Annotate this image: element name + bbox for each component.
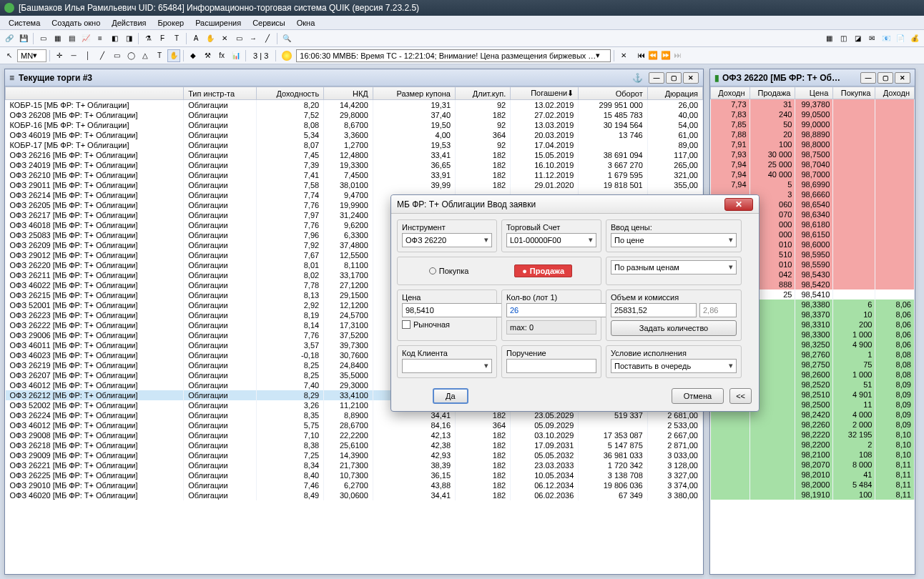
quote-row[interactable]: 7,9330 00098,7500 (711, 149, 915, 159)
table-row[interactable]: ОФЗ 29011 [МБ ФР: T+ Облигации]Облигации… (6, 180, 703, 190)
menu-create-window[interactable]: Создать окно (46, 19, 106, 27)
buy-radio[interactable]: Покупка (426, 265, 472, 277)
tb2-tools-icon[interactable]: ⚒ (201, 49, 214, 62)
tb-hand-icon[interactable]: ✋ (204, 32, 217, 45)
tb-line-icon[interactable]: ╱ (261, 32, 274, 45)
column-header[interactable]: Размер купона (373, 87, 455, 100)
max-button[interactable]: ▢ (878, 72, 893, 84)
account-select[interactable]: L01-00000F00 (506, 233, 596, 247)
tb-tool2-icon[interactable]: ◪ (851, 32, 864, 45)
tb-new-icon[interactable]: ▭ (36, 32, 49, 45)
tb-filter-icon[interactable]: ⚗ (142, 32, 154, 45)
column-header[interactable]: Покупка (833, 87, 875, 99)
prev-icon[interactable]: ⏪ (648, 51, 658, 60)
tb2-vline-icon[interactable]: │ (82, 49, 94, 62)
tb2-cross-icon[interactable]: ✛ (53, 49, 66, 62)
tb2-line-icon[interactable]: ─ (67, 49, 80, 62)
client-select[interactable] (402, 359, 492, 373)
tb-zoom-icon[interactable]: 🔍 (280, 32, 293, 45)
quote-row[interactable]: 98,19101008,11 (711, 490, 915, 500)
table-row[interactable]: ОФЗ 26224 [МБ ФР: T+ Облигации]Облигации… (6, 410, 703, 420)
column-header[interactable]: Оборот (579, 87, 647, 100)
table-row[interactable]: ОФЗ 26208 [МБ ФР: T+ Облигации]Облигации… (6, 110, 703, 120)
column-header[interactable] (6, 87, 184, 100)
cancel-button[interactable]: Отмена (672, 388, 724, 404)
menu-system[interactable]: Система (3, 19, 46, 27)
quote-row[interactable]: 7,94598,6990 (711, 179, 915, 189)
tb-font-icon[interactable]: F (156, 32, 169, 45)
tb2-text-icon[interactable]: T (153, 49, 166, 62)
quote-row[interactable]: 7,8324099,0500 (711, 109, 915, 119)
tb-order-icon[interactable]: ◨ (122, 32, 135, 45)
back-button[interactable]: << (729, 388, 752, 404)
instrument-select[interactable]: ОФЗ 26220 (402, 233, 492, 247)
qty-input[interactable]: ▲▼ (506, 303, 596, 317)
table-row[interactable]: ОФЗ 29008 [МБ ФР: T+ Облигации]Облигации… (6, 430, 703, 440)
quote-row[interactable]: 98,2010418,11 (711, 470, 915, 480)
pin-icon[interactable]: ⚓ (632, 73, 643, 83)
max-button[interactable]: ▢ (666, 72, 682, 84)
close-x-icon[interactable]: ✕ (617, 49, 630, 62)
instruction-input[interactable] (506, 359, 596, 373)
tb2-fx-icon[interactable]: fx (215, 49, 228, 62)
tb-chart-icon[interactable]: 📈 (79, 32, 92, 45)
table-row[interactable]: ОФЗ 46012 [МБ ФР: T+ Облигации]Облигации… (6, 420, 703, 430)
menu-broker[interactable]: Брокер (152, 19, 190, 27)
column-header[interactable]: Доходность (256, 87, 324, 100)
column-header[interactable]: Тип инстр-та (184, 87, 256, 100)
tb-quote-icon[interactable]: ◧ (108, 32, 121, 45)
tb2-rect-icon[interactable]: ▭ (110, 49, 123, 62)
table-row[interactable]: КОБР-16 [МБ ФР: T+ Облигации]Облигации8,… (6, 120, 703, 130)
table-row[interactable]: ОФЗ 26210 [МБ ФР: T+ Облигации]Облигации… (6, 170, 703, 180)
timeframe-select[interactable]: MN ▾ (17, 49, 46, 62)
tb-tool1-icon[interactable]: ◫ (837, 32, 850, 45)
tb2-shapes-icon[interactable]: ◆ (187, 49, 200, 62)
menu-services[interactable]: Сервисы (247, 19, 291, 27)
column-header[interactable]: Длит.куп. (456, 87, 511, 100)
tb-arrow-icon[interactable]: → (247, 32, 260, 45)
table-row[interactable]: ОФЗ 26218 [МБ ФР: T+ Облигации]Облигации… (6, 440, 703, 450)
end-icon[interactable]: ⏭ (674, 51, 682, 60)
column-header[interactable]: Доходн (875, 87, 915, 99)
tb-list-icon[interactable]: ≡ (94, 32, 107, 45)
table-row[interactable]: ОФЗ 26216 [МБ ФР: T+ Облигации]Облигации… (6, 150, 703, 160)
column-header[interactable]: Цена (795, 87, 833, 99)
quote-row[interactable]: 7,9440 00098,7000 (711, 169, 915, 179)
quote-row[interactable]: 7,733199,3780 (711, 99, 915, 110)
set-qty-button[interactable]: Задать количество (611, 320, 737, 336)
table-row[interactable]: ОФЗ 26225 [МБ ФР: T+ Облигации]Облигации… (6, 470, 703, 480)
min-button[interactable]: — (860, 72, 876, 84)
tb2-triangle-icon[interactable]: △ (139, 49, 152, 62)
quote-row[interactable]: 7,882098,8890 (711, 129, 915, 139)
close-button[interactable]: ✕ (683, 72, 699, 84)
menu-extensions[interactable]: Расширения (190, 19, 247, 27)
column-header[interactable]: Дюрация (647, 87, 702, 100)
quote-row[interactable]: 98,21001088,10 (711, 450, 915, 460)
quote-row[interactable]: 98,20005 4848,11 (711, 480, 915, 490)
column-header[interactable]: НКД (324, 87, 373, 100)
table-row[interactable]: ОФЗ 24019 [МБ ФР: T+ Облигации]Облигации… (6, 160, 703, 170)
rewind-icon[interactable]: ⏮ (637, 51, 645, 60)
quote-row[interactable]: 98,220028,10 (711, 440, 915, 450)
market-checkbox[interactable]: Рыночная (402, 320, 492, 329)
tb-grid-icon[interactable]: ▦ (51, 32, 64, 45)
tb-save-icon[interactable]: 💾 (17, 32, 30, 45)
next-icon[interactable]: ⏩ (661, 51, 671, 60)
tb-mail-icon[interactable]: ✉ (865, 32, 878, 45)
min-button[interactable]: — (649, 72, 664, 84)
tb-doc-icon[interactable]: 📄 (894, 32, 907, 45)
ok-button[interactable]: Да (433, 388, 468, 404)
tb-cross-icon[interactable]: ✕ (218, 32, 231, 45)
tb2-trend-icon[interactable]: ╱ (96, 49, 109, 62)
close-button[interactable]: ✕ (895, 72, 910, 84)
tb-env-icon[interactable]: 📧 (880, 32, 893, 45)
tb2-cursor-icon[interactable]: ↖ (3, 49, 16, 62)
tb-color-icon[interactable]: T (170, 32, 183, 45)
column-header[interactable]: Доходн (711, 87, 750, 99)
table-row[interactable]: ОФЗ 26221 [МБ ФР: T+ Облигации]Облигации… (6, 460, 703, 470)
quote-row[interactable]: 98,20708 0008,11 (711, 460, 915, 470)
tb-money-icon[interactable]: 💰 (908, 32, 921, 45)
quote-row[interactable]: 7,9425 00098,7040 (711, 159, 915, 169)
tb-grid2-icon[interactable]: ▦ (822, 32, 835, 45)
exec-select[interactable]: Поставить в очередь (611, 359, 737, 373)
